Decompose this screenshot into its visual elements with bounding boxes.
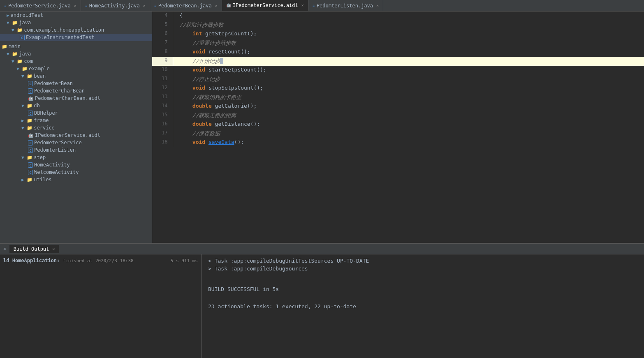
build-output-panel: > Task :app:compileDebugUnitTestSources … [202,254,644,358]
close-build-output[interactable]: ✕ [52,247,55,251]
close-tab-2[interactable]: ✕ [215,3,218,8]
java-c-icon4: c [28,140,33,146]
aidl-icon: 🤖 [226,3,231,7]
task-line-2: > Task :app:compileDebugSources [208,266,637,272]
sidebar-item-main[interactable]: 📁 main [0,43,152,50]
folder-icon8: ▼ 📁 [21,103,32,109]
sidebar-item-pedomter-listen[interactable]: c PedomterListen [0,146,152,154]
folder-icon3: ▼ 📁 [12,28,23,33]
build-output-tab[interactable]: Build Output ✕ [9,245,59,253]
sidebar-item-dbhelper[interactable]: c DBHelper [0,109,152,117]
java-c-icon6: c [28,162,33,168]
tab-home-activity[interactable]: ☕ HomeActivity.java ✕ [81,0,150,11]
java-c-icon5: c [28,148,33,153]
folder-icon10: ▼ 📁 [21,125,32,131]
main-folder-icon: 📁 [2,44,7,49]
java-icon3: ☕ [154,3,157,8]
code-line-6: 6 int getStepsCount(); [152,30,644,39]
sidebar-item-com-example[interactable]: ▼ 📁 com.example.homeapplication [0,26,152,34]
code-line-15: 15 //获取走路的距离 [152,111,644,120]
sidebar-item-java-1[interactable]: ▼ 📁 java [0,19,152,26]
sidebar-item-pedometer-char-bean-aidl[interactable]: 🤖 PedometerCharBean.aidl [0,95,152,102]
sidebar-item-utiles[interactable]: ▶ 📁 utiles [0,176,152,183]
actionable-line: 23 actionable tasks: 1 executed, 22 up-t… [208,303,637,309]
code-line-10: 10 void startSetpsCount(); [152,66,644,75]
sidebar-item-androidtest[interactable]: ▶ androidTest [0,12,152,19]
build-time: 5 s 911 ms [171,258,198,263]
project-sidebar: ▶ androidTest ▼ 📁 java ▼ 📁 com.example.h… [0,12,152,243]
code-line-4: 4 { [152,12,644,21]
sidebar-item-example-instrumented-test[interactable]: c ExampleInstrumentedTest [0,34,152,41]
bottom-panel: ✕ Build Output ✕ ld HomeApplication: fin… [0,243,644,358]
tab-pedometer-service[interactable]: ☕ PedometerService.java ✕ [0,0,81,11]
sidebar-item-com[interactable]: ▼ 📁 com [0,58,152,65]
code-line-18: 18 void saveData(); [152,138,644,147]
folder-icon2: ▼ 📁 [7,20,18,25]
code-line-11: 11 //停止记步 [152,75,644,84]
sidebar-item-pedometer-bean[interactable]: c PedometerBean [0,80,152,87]
code-line-17: 17 //保存数据 [152,129,644,138]
code-line-12: 12 void stopSetpsCount(); [152,84,644,93]
editor-tabs: ☕ PedometerService.java ✕ ☕ HomeActivity… [0,0,644,12]
close-tab-0[interactable]: ✕ [74,3,76,8]
code-line-8: 8 void resetCount(); [152,48,644,57]
code-line-5: 5 //获取计步器步数 [152,21,644,30]
sidebar-item-bean[interactable]: ▼ 📁 bean [0,72,152,80]
save-data-link[interactable]: saveData [208,139,234,145]
main-layout: ▶ androidTest ▼ 📁 java ▼ 📁 com.example.h… [0,12,644,243]
code-line-14: 14 double getCalorie(); [152,102,644,111]
task-line-1: > Task :app:compileDebugUnitTestSources … [208,258,637,264]
build-left-panel: ld HomeApplication: finished at 2020/2/3… [0,254,202,358]
close-tab-4[interactable]: ✕ [376,3,379,8]
code-line-9: 9 //开始记步 [152,57,644,66]
sidebar-item-frame[interactable]: ▶ 📁 frame [0,117,152,124]
build-success-line: BUILD SUCCESSFUL in 5s [208,286,637,292]
sidebar-item-welcome-activity[interactable]: c WelcomeActivity [0,169,152,176]
code-line-16: 16 double getDistance(); [152,120,644,129]
build-title: ld HomeApplication: finished at 2020/2/3… [3,258,134,263]
task-line-empty [208,273,637,279]
java-c-icon2: c [28,88,33,94]
java-icon4: ☕ [313,3,315,8]
build-output-tab-label: Build Output [14,246,49,252]
tab-pedometer-bean[interactable]: ☕ PedometerBean.java ✕ [150,0,222,11]
aidl-icon3: 🤖 [28,133,34,138]
close-bottom-panel[interactable]: ✕ [0,245,9,253]
java-icon: ☕ [4,3,7,8]
folder-icon7: ▼ 📁 [21,74,32,79]
aidl-icon2: 🤖 [28,96,34,101]
java-file-icon: c [20,35,25,40]
folder-icon6: ▼ 📁 [16,66,28,72]
java-c-icon3: c [28,111,33,116]
sidebar-item-db[interactable]: ▼ 📁 db [0,102,152,109]
folder-icon12: ▶ 📁 [21,177,32,182]
sidebar-item-home-activity[interactable]: c HomeActivity [0,161,152,169]
bottom-tabs-bar: ✕ Build Output ✕ [0,244,644,254]
sidebar-item-step[interactable]: ▼ 📁 step [0,154,152,161]
folder-icon4: ▼ 📁 [7,51,18,57]
task-line-empty2 [208,296,637,302]
code-table: 4 { 5 //获取计步器步数 6 int getStepsCount(); 7 [152,12,644,147]
close-tab-3[interactable]: ✕ [301,3,304,7]
code-editor[interactable]: 4 { 5 //获取计步器步数 6 int getStepsCount(); 7 [152,12,644,243]
code-line-13: 13 //获取消耗的卡路里 [152,93,644,102]
sidebar-item-service[interactable]: ▼ 📁 service [0,124,152,132]
java-c-icon7: c [28,170,33,175]
java-c-icon1: c [28,81,33,86]
sidebar-item-java-2[interactable]: ▼ 📁 java [0,50,152,58]
sidebar-item-pedometer-service[interactable]: c PedometerService [0,139,152,146]
sidebar-item-pedometer-char-bean[interactable]: c PedometerCharBean [0,87,152,95]
sidebar-item-ipedometer-service-aidl[interactable]: 🤖 IPedometerService.aidl [0,132,152,139]
folder-icon11: ▼ 📁 [21,155,32,160]
sidebar-item-example[interactable]: ▼ 📁 example [0,65,152,72]
folder-icon: ▶ [7,13,9,18]
tab-ipedometer-service[interactable]: 🤖 IPedometerService.aidl ✕ [222,0,308,11]
code-line-7: 7 //重置计步器步数 [152,39,644,48]
bottom-content: ld HomeApplication: finished at 2020/2/3… [0,254,644,358]
close-tab-1[interactable]: ✕ [143,3,146,8]
folder-icon5: ▼ 📁 [12,59,23,64]
tab-pedomter-listen[interactable]: ☕ PedomterListen.java ✕ [308,0,383,11]
folder-icon9: ▶ 📁 [21,118,32,123]
java-icon2: ☕ [85,3,88,8]
